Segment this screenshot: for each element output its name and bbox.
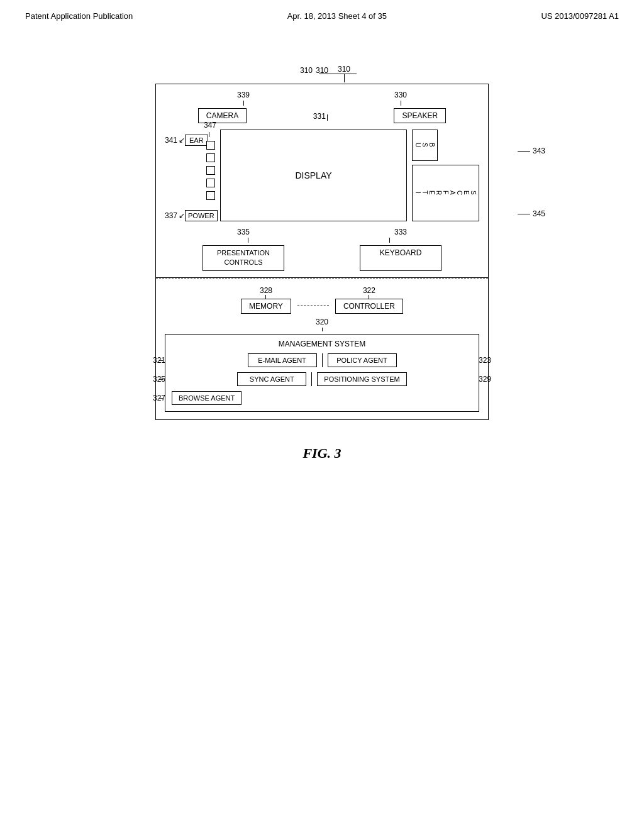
diagram-wrapper: 310 310 339 330: [102, 84, 542, 462]
ref-333: 333: [394, 228, 407, 236]
ref-329: 329: [479, 375, 491, 384]
presentation-controls-box: PRESENTATION CONTROLS: [203, 245, 284, 271]
side-btn-5[interactable]: [206, 191, 215, 200]
top-section: 339 330: [156, 84, 488, 278]
interfaces-box: I T E R F A C E S: [412, 165, 479, 221]
header-right: US 2013/0097281 A1: [541, 11, 619, 21]
ref-330: 330: [394, 91, 407, 99]
ref-335: 335: [237, 228, 250, 236]
keyboard-box: KEYBOARD: [360, 245, 441, 271]
agents-row-1: E-MAIL AGENT POLICY AGENT 323: [172, 353, 472, 367]
ref-347: 347: [204, 121, 216, 130]
outer-device-box: 339 330: [155, 84, 489, 420]
ref-345: 345: [533, 209, 545, 218]
positioning-box: POSITIONING SYSTEM: [317, 372, 406, 386]
iface-ref-label: 345: [518, 209, 545, 218]
controls-row: PRESENTATION CONTROLS KEYBOARD: [165, 245, 479, 271]
speaker-box: SPEAKER: [394, 108, 446, 123]
browse-agent-box: BROWSE AGENT: [172, 391, 242, 405]
policy-agent-box: POLICY AGENT: [328, 353, 397, 367]
email-agent-box: E-MAIL AGENT: [248, 353, 317, 367]
agents-row-2: SYNC AGENT POSITIONING SYSTEM 329: [172, 372, 472, 386]
fig-caption: FIG. 3: [102, 445, 542, 462]
ref-310: 310: [300, 66, 313, 75]
side-btn-2[interactable]: [206, 153, 215, 162]
ref-337: 337: [165, 211, 177, 220]
page-header: Patent Application Publication Apr. 18, …: [0, 0, 644, 21]
ref-310-top: 310: [338, 65, 350, 82]
sync-agent-box: SYNC AGENT: [237, 372, 306, 386]
presentation-controls-label: PRESENTATION CONTROLS: [217, 249, 270, 266]
management-system-box: MANAGEMENT SYSTEM 321 – E-MAIL AGENT: [165, 334, 479, 412]
display-box: DISPLAY: [220, 130, 407, 221]
iface-label: I T E R F A C E S: [414, 191, 477, 196]
ref-320: 320: [316, 318, 328, 326]
ref-339: 339: [237, 91, 250, 99]
ref-331: 331: [313, 108, 328, 123]
ref-310-label: 310: [316, 66, 328, 75]
controller-box: CONTROLLER: [335, 299, 403, 314]
display-label: DISPLAY: [295, 170, 331, 180]
header-left: Patent Application Publication: [25, 11, 133, 21]
ref-328: 328: [260, 286, 272, 295]
usb-label: U S B: [414, 143, 435, 148]
side-btn-4[interactable]: [206, 179, 215, 187]
diagram-container: 310 310 339 330: [0, 21, 644, 462]
mgmt-title: MANAGEMENT SYSTEM: [172, 340, 472, 348]
side-btn-3[interactable]: [206, 166, 215, 175]
ear-box: EAR: [185, 135, 208, 146]
agents-grid: 321 – E-MAIL AGENT POLICY AGENT 323: [172, 353, 472, 405]
header-center: Apr. 18, 2013 Sheet 4 of 35: [287, 11, 387, 21]
bottom-section: 328 MEMORY 322 CONTROLLER: [156, 278, 488, 419]
usb-box: U S B: [412, 130, 438, 161]
side-btn-1[interactable]: [206, 141, 215, 150]
ref-343: 343: [533, 147, 545, 155]
ref-341: 341: [165, 136, 177, 145]
usb-ref-label: 343: [518, 147, 545, 155]
ref-323: 323: [479, 356, 491, 365]
ref-322: 322: [363, 286, 375, 295]
memory-box: MEMORY: [241, 299, 291, 314]
